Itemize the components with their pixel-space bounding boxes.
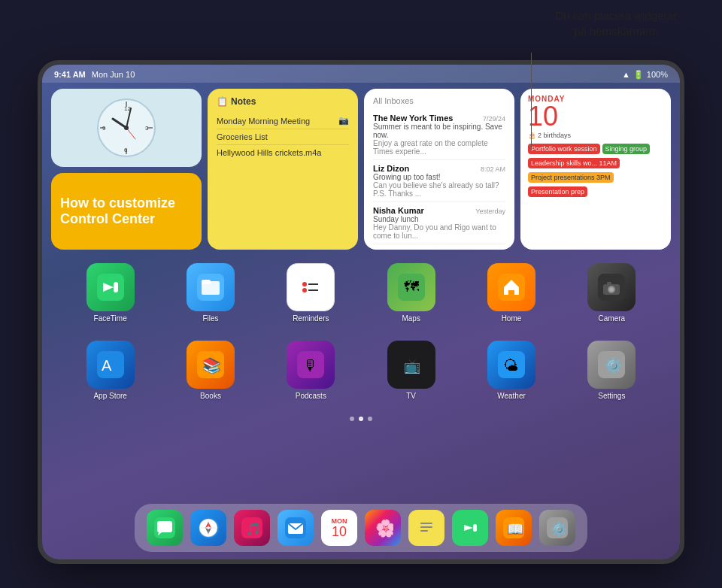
- notes-header: 📋 Notes: [217, 96, 349, 107]
- svg-point-20: [302, 282, 307, 286]
- status-bar: 9:41 AM Mon Jun 10 ▲ 🔋 100%: [42, 65, 680, 83]
- svg-text:🎵: 🎵: [246, 522, 261, 536]
- svg-text:🎙: 🎙: [303, 357, 318, 374]
- widgets-area: 12 3 6 9 How to customize: [42, 83, 680, 256]
- cal-event-4[interactable]: Project presentations 3PM: [528, 172, 614, 183]
- dock-settings[interactable]: ⚙️: [539, 510, 575, 546]
- mail-widget[interactable]: All Inboxes The New York Times 7/29/24 S…: [364, 89, 514, 250]
- dock-books[interactable]: 📖: [496, 510, 532, 546]
- notes-item-3[interactable]: Hellywood Hills crickets.m4a: [217, 145, 349, 160]
- notes-item-1[interactable]: Monday Morning Meeting 📷: [217, 113, 349, 129]
- app-tv[interactable]: 📺 TV: [366, 341, 457, 400]
- dock-safari[interactable]: [190, 510, 226, 546]
- ipad-screen: 9:41 AM Mon Jun 10 ▲ 🔋 100%: [42, 65, 680, 559]
- svg-rect-18: [202, 280, 211, 284]
- app-weather[interactable]: 🌤 Weather: [466, 341, 557, 400]
- cal-birthday: 🎂 2 birthdays: [528, 132, 663, 139]
- dock-calendar[interactable]: MON 10: [321, 510, 357, 546]
- svg-text:📖: 📖: [507, 521, 524, 538]
- app-podcasts[interactable]: 🎙 Podcasts: [265, 341, 356, 400]
- mail-header: All Inboxes: [373, 96, 505, 105]
- svg-rect-61: [420, 530, 428, 532]
- svg-text:A: A: [102, 357, 112, 374]
- calendar-widget[interactable]: MONDAY 10 🎂 2 birthdays Portfolio work s…: [520, 89, 671, 250]
- notes-item-2[interactable]: Groceries List: [217, 129, 349, 145]
- dock-facetime[interactable]: [452, 510, 488, 546]
- svg-rect-19: [297, 274, 324, 301]
- wifi-icon: ▲: [622, 70, 630, 79]
- app-grid-row1: FaceTime Files Reminders 🗺 Maps: [42, 256, 680, 330]
- dock-messages[interactable]: [147, 510, 183, 546]
- svg-text:📚: 📚: [202, 356, 221, 374]
- howto-title: How to customize Control Center: [60, 195, 193, 228]
- svg-text:9: 9: [102, 125, 106, 132]
- svg-text:3: 3: [145, 125, 149, 132]
- svg-rect-59: [420, 523, 432, 524]
- status-date: Mon Jun 10: [92, 70, 135, 79]
- cal-event-3[interactable]: Leadership skills wo... 11AM: [528, 158, 620, 168]
- dock-music[interactable]: 🎵: [234, 510, 270, 546]
- mail-item-1[interactable]: The New York Times 7/29/24 Summer is mea…: [373, 110, 505, 160]
- svg-rect-32: [607, 282, 611, 285]
- dock: 🎵 MON 10 🌸 📖 ⚙️: [135, 504, 587, 552]
- svg-rect-15: [114, 282, 118, 292]
- svg-text:📺: 📺: [404, 358, 421, 374]
- app-grid-row2: A App Store 📚 Books 🎙 Podcasts 📺: [42, 333, 680, 408]
- app-reminders[interactable]: Reminders: [265, 263, 356, 323]
- svg-text:⚙️: ⚙️: [551, 521, 568, 538]
- page-dots: [42, 417, 680, 421]
- app-files[interactable]: Files: [165, 263, 256, 323]
- app-facetime[interactable]: FaceTime: [65, 263, 156, 323]
- svg-text:6: 6: [124, 147, 128, 153]
- svg-rect-64: [473, 524, 477, 532]
- widget-stack-left: 12 3 6 9 How to customize: [51, 89, 202, 250]
- dock-mail[interactable]: [278, 510, 314, 546]
- notes-icon: 📋: [217, 96, 228, 107]
- battery-icon: 🔋: [633, 70, 644, 80]
- svg-point-31: [609, 287, 614, 292]
- cal-event-1[interactable]: Portfolio work session: [528, 144, 600, 154]
- cal-event-2[interactable]: Singing group: [602, 144, 651, 154]
- status-time: 9:41 AM: [54, 70, 86, 79]
- svg-text:🌸: 🌸: [375, 518, 393, 538]
- dock-notes[interactable]: [408, 510, 444, 546]
- app-camera[interactable]: Camera: [566, 263, 657, 323]
- mail-item-3[interactable]: Nisha Kumar Yesterday Sunday lunch Hey D…: [373, 202, 505, 244]
- mail-item-2[interactable]: Liz Dizon 8:02 AM Growing up too fast! C…: [373, 160, 505, 202]
- battery-level: 100%: [647, 70, 668, 79]
- svg-text:🌤: 🌤: [503, 357, 518, 374]
- annotation-line: [531, 53, 532, 150]
- app-books[interactable]: 📚 Books: [165, 341, 256, 400]
- cal-events: Portfolio work session Singing group Lea…: [528, 144, 663, 199]
- status-right: ▲ 🔋 100%: [622, 70, 668, 80]
- app-appstore[interactable]: A App Store: [65, 341, 156, 400]
- annotation-text: Du kan placera widgetar på hemskärmen.: [555, 8, 677, 39]
- page-dot-1[interactable]: [350, 417, 354, 421]
- page-dot-3[interactable]: [368, 417, 372, 421]
- svg-point-12: [124, 126, 129, 130]
- dock-photos[interactable]: 🌸: [365, 510, 401, 546]
- mail-item-4[interactable]: Xiaomeng Zhong 6/7/24 Dinner at the Rico…: [373, 244, 505, 250]
- svg-text:🗺: 🗺: [404, 278, 419, 295]
- svg-rect-60: [420, 526, 432, 528]
- page-dot-2[interactable]: [359, 417, 363, 421]
- svg-point-22: [302, 288, 307, 292]
- svg-text:⚙️: ⚙️: [604, 356, 623, 374]
- clock-widget[interactable]: 12 3 6 9: [51, 89, 202, 167]
- notes-widget[interactable]: 📋 Notes Monday Morning Meeting 📷 Groceri…: [208, 89, 358, 250]
- app-home[interactable]: Home: [466, 263, 557, 323]
- howto-widget[interactable]: How to customize Control Center: [51, 173, 202, 250]
- cal-event-5[interactable]: Presentation prep: [528, 186, 587, 197]
- cal-date: 10: [528, 103, 663, 130]
- app-settings[interactable]: ⚙️ Settings: [566, 341, 657, 400]
- note-icon-1: 📷: [338, 116, 349, 126]
- notes-title: Notes: [231, 96, 256, 107]
- ipad-frame: 9:41 AM Mon Jun 10 ▲ 🔋 100%: [38, 60, 684, 564]
- app-maps[interactable]: 🗺 Maps: [366, 263, 457, 323]
